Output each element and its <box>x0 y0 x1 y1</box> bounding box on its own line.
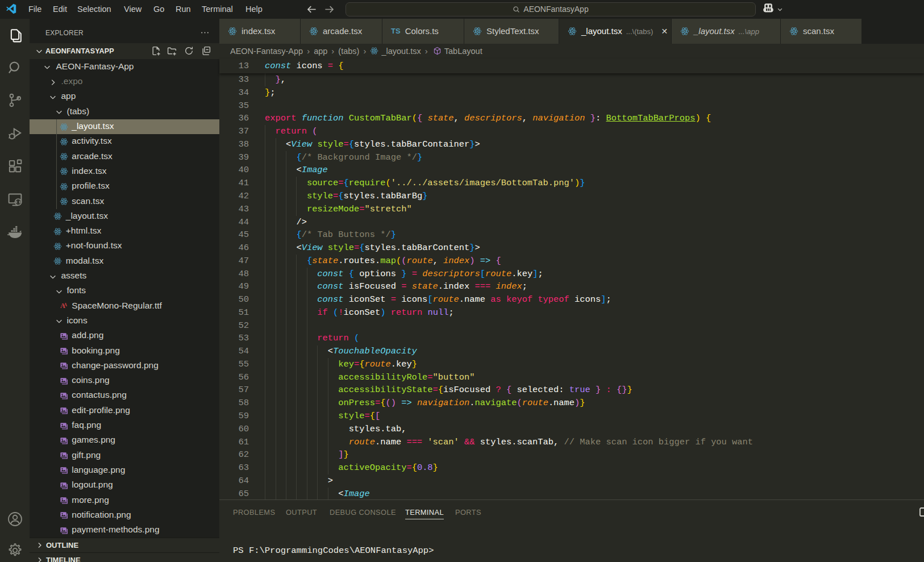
svg-text:A: A <box>64 303 67 308</box>
